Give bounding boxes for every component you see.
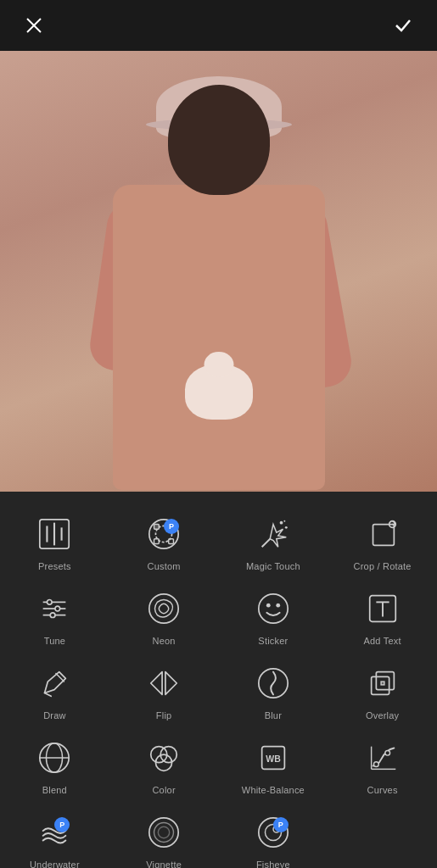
magic-touch-label: Magic Touch (246, 561, 300, 571)
custom-label: Custom (148, 561, 181, 571)
svg-point-22 (55, 606, 60, 611)
vignette-icon (142, 810, 186, 854)
tool-underwater[interactable]: P Underwater (0, 802, 109, 868)
tool-curves[interactable]: Curves (328, 727, 437, 802)
top-bar (0, 0, 437, 51)
overlay-icon (361, 661, 405, 705)
crop-rotate-label: Crop / Rotate (354, 561, 412, 571)
presets-label: Presets (38, 561, 71, 571)
svg-rect-38 (381, 682, 384, 685)
tune-icon (32, 587, 76, 631)
svg-point-13 (280, 521, 283, 525)
tool-vignette[interactable]: Vignette (109, 802, 219, 868)
blend-icon (32, 736, 76, 780)
sticker-label: Sticker (258, 636, 288, 646)
vignette-label: Vignette (146, 860, 182, 868)
tools-panel: Presets P Custom (0, 492, 437, 868)
color-icon (142, 736, 186, 780)
tool-add-text[interactable]: Add Text (328, 578, 437, 653)
draw-label: Draw (43, 710, 65, 721)
svg-point-27 (276, 604, 280, 608)
white-balance-label: White-Balance (242, 785, 305, 795)
white-balance-icon: WB (251, 736, 295, 780)
tool-magic-touch[interactable]: Magic Touch (219, 504, 328, 578)
neon-label: Neon (153, 636, 176, 646)
svg-point-21 (48, 600, 53, 605)
add-text-label: Add Text (364, 636, 401, 646)
tool-blend[interactable]: Blend (0, 727, 109, 802)
svg-rect-37 (376, 672, 394, 690)
curves-icon (361, 736, 405, 780)
crop-rotate-icon (361, 512, 405, 556)
svg-rect-10 (154, 539, 160, 544)
svg-point-14 (285, 526, 288, 529)
underwater-label: Underwater (30, 860, 80, 868)
color-label: Color (152, 785, 175, 795)
add-text-icon (361, 587, 405, 631)
tools-grid: Presets P Custom (0, 500, 437, 868)
tool-tune[interactable]: Tune (0, 578, 109, 653)
blur-label: Blur (265, 710, 282, 721)
svg-line-31 (45, 693, 52, 696)
tool-draw[interactable]: Draw (0, 653, 109, 727)
svg-text:WB: WB (266, 754, 281, 764)
tool-white-balance[interactable]: WB White-Balance (219, 727, 328, 802)
curves-label: Curves (367, 785, 398, 795)
svg-point-26 (266, 604, 271, 608)
tool-fisheye[interactable]: P Fisheye (219, 802, 328, 868)
confirm-button[interactable] (386, 8, 420, 42)
tool-overlay[interactable]: Overlay (328, 653, 437, 727)
svg-point-49 (373, 762, 378, 767)
tool-presets[interactable]: Presets (0, 504, 109, 578)
blend-label: Blend (42, 785, 67, 795)
tool-neon[interactable]: Neon (109, 578, 219, 653)
svg-point-53 (158, 826, 169, 837)
custom-icon: P (142, 512, 186, 556)
flip-label: Flip (156, 710, 172, 721)
photo-subject (75, 76, 363, 492)
tune-label: Tune (44, 636, 65, 646)
svg-point-50 (384, 750, 389, 755)
tool-custom[interactable]: P Custom (109, 504, 219, 578)
magic-touch-icon (251, 512, 295, 556)
tool-blur[interactable]: Blur (219, 653, 328, 727)
svg-point-52 (154, 823, 174, 843)
svg-line-12 (262, 539, 271, 548)
tool-sticker[interactable]: Sticker (219, 578, 328, 653)
sticker-icon (251, 587, 295, 631)
close-button[interactable] (17, 8, 51, 42)
svg-marker-33 (151, 672, 162, 695)
svg-rect-8 (154, 525, 160, 530)
tool-flip[interactable]: Flip (109, 653, 219, 727)
fisheye-icon: P (251, 810, 295, 854)
tool-empty (328, 802, 437, 868)
svg-point-23 (51, 613, 56, 618)
blur-icon (251, 661, 295, 705)
draw-icon (32, 661, 76, 705)
flip-icon (142, 661, 186, 705)
fisheye-label: Fisheye (256, 860, 290, 868)
fisheye-premium-badge: P (273, 817, 289, 832)
svg-marker-34 (165, 672, 176, 695)
presets-icon (32, 512, 76, 556)
tool-crop-rotate[interactable]: Crop / Rotate (328, 504, 437, 578)
photo-canvas (0, 51, 437, 492)
tool-color[interactable]: Color (109, 727, 219, 802)
svg-point-25 (259, 594, 288, 623)
neon-icon (142, 587, 186, 631)
overlay-label: Overlay (366, 710, 399, 721)
svg-point-24 (149, 594, 178, 623)
photo-background (0, 51, 437, 492)
underwater-icon: P (32, 810, 76, 854)
svg-rect-36 (371, 676, 389, 694)
svg-point-15 (283, 520, 285, 522)
custom-premium-badge: P (164, 519, 179, 534)
